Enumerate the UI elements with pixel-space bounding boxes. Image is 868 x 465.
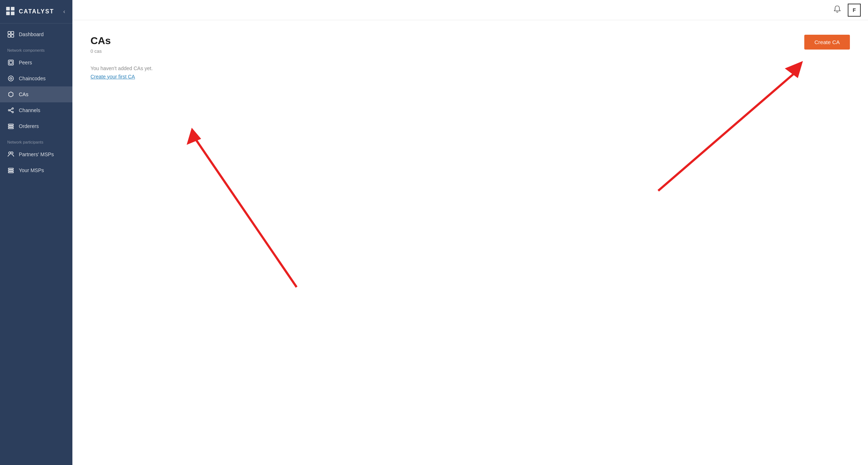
- logo-icon: [6, 7, 16, 17]
- main-area: F CAs 0 cas Create CA You haven't added …: [72, 0, 868, 465]
- create-first-ca-link[interactable]: Create your first CA: [90, 74, 135, 80]
- app-name: CATALYST: [19, 8, 54, 15]
- svg-rect-16: [8, 124, 13, 125]
- svg-rect-1: [11, 7, 14, 10]
- svg-rect-2: [6, 12, 10, 15]
- empty-state-text: You haven't added CAs yet.: [90, 65, 850, 71]
- svg-rect-22: [8, 170, 13, 171]
- svg-rect-7: [11, 35, 14, 37]
- collapse-button[interactable]: ‹: [62, 7, 67, 16]
- svg-rect-6: [8, 35, 10, 37]
- partners-msps-icon: [7, 151, 14, 158]
- svg-rect-0: [6, 7, 10, 10]
- svg-line-15: [10, 111, 12, 112]
- svg-rect-3: [11, 12, 14, 15]
- svg-marker-25: [187, 128, 201, 145]
- sidebar-nav: Dashboard Network components Peers Cha: [0, 24, 72, 465]
- page-subtitle: 0 cas: [90, 48, 111, 54]
- svg-point-12: [12, 108, 13, 109]
- sidebar-item-orderers[interactable]: Orderers: [0, 118, 72, 134]
- svg-point-10: [8, 76, 13, 81]
- sidebar-item-partners-msps[interactable]: Partners' MSPs: [0, 146, 72, 162]
- peers-label: Peers: [19, 60, 32, 65]
- cas-icon: [7, 91, 14, 98]
- topbar: F: [72, 0, 868, 20]
- svg-rect-17: [8, 126, 13, 127]
- svg-point-19: [9, 152, 11, 154]
- cas-label: CAs: [19, 91, 28, 97]
- orderers-label: Orderers: [19, 123, 39, 129]
- sidebar-item-channels[interactable]: Channels: [0, 102, 72, 118]
- channels-label: Channels: [19, 107, 40, 113]
- svg-rect-18: [8, 128, 13, 129]
- sidebar-item-dashboard[interactable]: Dashboard: [0, 26, 72, 42]
- svg-point-20: [11, 152, 13, 154]
- network-components-section: Network components: [0, 42, 72, 55]
- svg-line-24: [195, 139, 297, 287]
- network-participants-section: Network participants: [0, 134, 72, 146]
- sidebar-item-cas[interactable]: CAs: [0, 86, 72, 102]
- sidebar-header: CATALYST ‹: [0, 0, 72, 24]
- channels-icon: [7, 107, 14, 114]
- peers-icon: [7, 59, 14, 66]
- svg-rect-8: [8, 60, 13, 65]
- sidebar-logo: CATALYST: [6, 7, 54, 17]
- sidebar-item-peers[interactable]: Peers: [0, 55, 72, 71]
- svg-rect-5: [11, 31, 14, 34]
- create-ca-button[interactable]: Create CA: [804, 35, 850, 50]
- svg-line-14: [10, 109, 12, 110]
- dashboard-label: Dashboard: [19, 31, 44, 37]
- svg-point-13: [12, 111, 13, 113]
- svg-rect-23: [8, 172, 13, 173]
- orderers-icon: [7, 123, 14, 130]
- your-msps-label: Your MSPs: [19, 167, 44, 173]
- svg-line-26: [658, 72, 796, 191]
- bell-icon: [833, 5, 841, 13]
- page-title: CAs: [90, 35, 111, 47]
- notifications-button[interactable]: [831, 3, 843, 17]
- chaincodes-label: Chaincodes: [19, 76, 46, 81]
- page-header: CAs 0 cas Create CA: [90, 35, 850, 54]
- svg-rect-4: [8, 31, 10, 34]
- partners-msps-label: Partners' MSPs: [19, 152, 54, 157]
- empty-state: You haven't added CAs yet. Create your f…: [90, 65, 850, 80]
- svg-rect-9: [9, 61, 12, 64]
- svg-rect-21: [8, 168, 13, 169]
- your-msps-icon: [7, 167, 14, 174]
- dashboard-icon: [7, 31, 14, 38]
- arrows-overlay: [72, 20, 868, 465]
- user-avatar[interactable]: F: [848, 4, 861, 17]
- sidebar: CATALYST ‹ Dashboard Network components: [0, 0, 72, 465]
- sidebar-item-chaincodes[interactable]: Chaincodes: [0, 71, 72, 86]
- sidebar-item-your-msps[interactable]: Your MSPs: [0, 162, 72, 178]
- page-title-block: CAs 0 cas: [90, 35, 111, 54]
- content-area: CAs 0 cas Create CA You haven't added CA…: [72, 20, 868, 465]
- chaincodes-icon: [7, 75, 14, 82]
- svg-point-11: [8, 110, 10, 111]
